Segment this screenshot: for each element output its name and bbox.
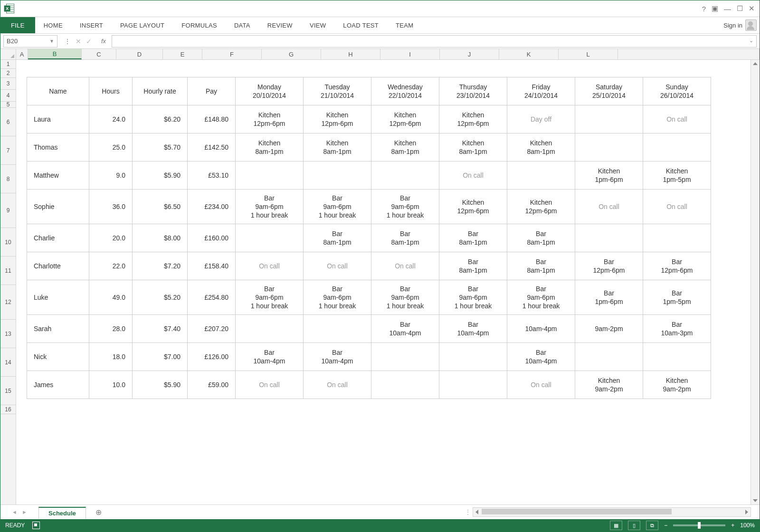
formula-input[interactable]: ⌄ [112,35,757,48]
cell-shift[interactable]: On call [236,252,304,280]
cell-shift[interactable]: Bar9am-6pm1 hour break [371,280,439,315]
cell-rate[interactable]: $7.20 [133,252,188,280]
row-header[interactable]: 5 [0,102,16,108]
tab-team[interactable]: TEAM [387,17,422,33]
tab-view[interactable]: VIEW [301,17,334,33]
cell-shift[interactable] [236,224,304,252]
cell-shift[interactable]: Bar12pm-6pm [643,252,711,280]
cell-shift[interactable]: On call [371,252,439,280]
cell-rate[interactable]: $7.40 [133,315,188,343]
row-header[interactable]: 2 [0,69,16,78]
tab-review[interactable]: REVIEW [259,17,301,33]
cell-pay[interactable]: £254.80 [188,280,236,315]
col-header-I[interactable]: I [380,49,440,59]
col-header-D[interactable]: D [116,49,163,59]
col-header-L[interactable]: L [559,49,618,59]
cell-shift[interactable]: On call [575,190,643,224]
cell-shift[interactable]: Kitchen9am-2pm [643,371,711,399]
cell-hours[interactable]: 9.0 [89,162,133,190]
cell-hours[interactable]: 28.0 [89,315,133,343]
cell-name[interactable]: Thomas [27,133,89,162]
zoom-out-button[interactable]: − [664,522,667,529]
col-header-K[interactable]: K [499,49,559,59]
table-header[interactable]: Pay [188,77,236,105]
ribbon-display-options-icon[interactable]: ▣ [712,4,718,13]
cell-shift[interactable]: Bar9am-6pm1 hour break [304,190,371,224]
tab-file[interactable]: FILE [0,17,35,33]
cell-shift[interactable] [643,224,711,252]
cell-shift[interactable] [439,343,507,371]
cell-shift[interactable]: Bar10am-3pm [643,315,711,343]
cell-hours[interactable]: 24.0 [89,105,133,133]
cell-shift[interactable]: Bar9am-6pm1 hour break [439,280,507,315]
cell-shift[interactable] [507,162,575,190]
cell-shift[interactable]: Kitchen8am-1pm [304,133,371,162]
zoom-slider[interactable] [673,524,725,526]
cell-hours[interactable]: 25.0 [89,133,133,162]
cell-name[interactable]: Nick [27,343,89,371]
tab-load-test[interactable]: LOAD TEST [334,17,387,33]
cell-shift[interactable] [643,133,711,162]
sheet-area[interactable]: NameHoursHourly ratePayMonday20/10/2014T… [16,60,750,504]
view-page-layout-icon[interactable]: ▯ [628,521,640,530]
cell-shift[interactable]: On call [236,371,304,399]
cell-hours[interactable]: 10.0 [89,371,133,399]
row-header[interactable]: 6 [0,108,16,136]
col-header-F[interactable]: F [202,49,262,59]
cell-shift[interactable]: Kitchen8am-1pm [371,133,439,162]
cell-shift[interactable]: Kitchen8am-1pm [439,133,507,162]
cell-shift[interactable] [236,162,304,190]
cell-rate[interactable]: $5.20 [133,280,188,315]
sheet-nav[interactable]: ◄► [0,509,38,515]
tab-formulas[interactable]: FORMULAS [173,17,226,33]
cell-shift[interactable]: On call [304,252,371,280]
cell-name[interactable]: Charlie [27,224,89,252]
cell-rate[interactable]: $5.90 [133,371,188,399]
cell-pay[interactable]: £53.10 [188,162,236,190]
cell-pay[interactable]: £148.80 [188,105,236,133]
cell-shift[interactable]: Bar1pm-5pm [643,280,711,315]
cell-rate[interactable]: $5.90 [133,162,188,190]
cell-rate[interactable]: $5.70 [133,133,188,162]
cell-name[interactable]: Laura [27,105,89,133]
cell-shift[interactable] [304,162,371,190]
cell-shift[interactable]: Bar8am-1pm [371,224,439,252]
help-icon[interactable]: ? [702,5,706,13]
cell-shift[interactable] [575,133,643,162]
vertical-scrollbar[interactable] [750,60,760,504]
name-box-dropdown-icon[interactable]: ▼ [49,38,54,44]
fx-icon[interactable]: fx [98,38,109,45]
cell-rate[interactable]: $6.20 [133,105,188,133]
row-header[interactable]: 4 [0,90,16,102]
cell-hours[interactable]: 36.0 [89,190,133,224]
zoom-level[interactable]: 100% [740,522,755,529]
table-header[interactable]: Thursday23/10/2014 [439,77,507,105]
cell-shift[interactable]: Bar8am-1pm [507,224,575,252]
horizontal-scrollbar[interactable] [473,507,751,517]
cell-name[interactable]: James [27,371,89,399]
cell-shift[interactable] [575,224,643,252]
row-header[interactable]: 1 [0,60,16,69]
table-header[interactable]: Sunday26/10/2014 [643,77,711,105]
cell-hours[interactable]: 49.0 [89,280,133,315]
cell-shift[interactable]: On call [643,105,711,133]
row-header[interactable]: 14 [0,348,16,377]
row-header[interactable]: 10 [0,228,16,256]
minimize-button[interactable]: — [724,5,731,13]
close-button[interactable]: ✕ [749,4,755,13]
cell-shift[interactable]: Bar9am-6pm1 hour break [236,190,304,224]
tab-insert[interactable]: INSERT [71,17,112,33]
cell-shift[interactable]: Kitchen8am-1pm [507,133,575,162]
cell-shift[interactable] [371,343,439,371]
cell-pay[interactable]: £234.00 [188,190,236,224]
cell-name[interactable]: Sarah [27,315,89,343]
cell-shift[interactable]: Bar9am-6pm1 hour break [371,190,439,224]
cell-shift[interactable]: Kitchen8am-1pm [236,133,304,162]
cell-name[interactable]: Matthew [27,162,89,190]
cell-shift[interactable]: On call [507,371,575,399]
tab-home[interactable]: HOME [35,17,71,33]
cell-hours[interactable]: 20.0 [89,224,133,252]
table-header[interactable]: Wednesday22/10/2014 [371,77,439,105]
cell-shift[interactable]: Kitchen12pm-6pm [439,105,507,133]
cell-shift[interactable] [371,371,439,399]
